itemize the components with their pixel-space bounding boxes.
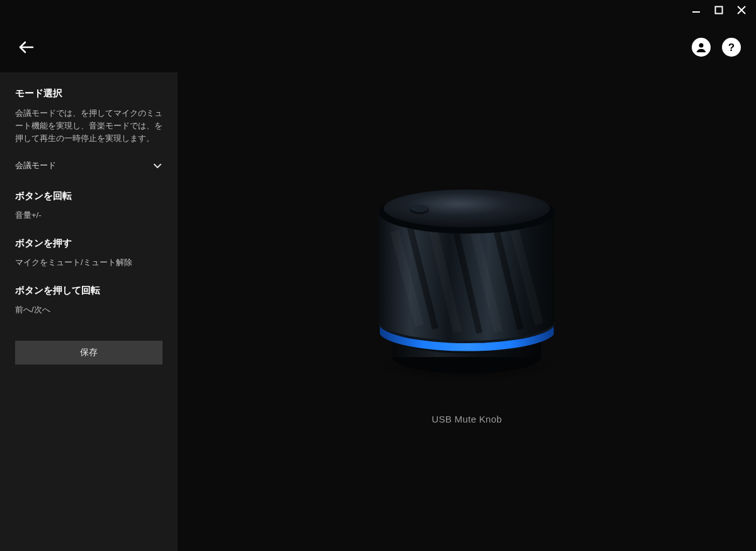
device-image bbox=[363, 162, 571, 389]
person-icon bbox=[694, 40, 708, 54]
chevron-down-icon bbox=[152, 161, 163, 171]
press-title: ボタンを押す bbox=[15, 237, 163, 249]
arrow-left-icon bbox=[16, 37, 37, 57]
maximize-button[interactable] bbox=[713, 4, 724, 16]
device-label: USB Mute Knob bbox=[432, 414, 501, 424]
press-rotate-title: ボタンを押して回転 bbox=[15, 285, 163, 297]
svg-point-23 bbox=[411, 205, 428, 212]
rotate-title: ボタンを回転 bbox=[15, 190, 163, 202]
help-button[interactable]: ? bbox=[722, 38, 741, 57]
header: ? bbox=[0, 31, 756, 63]
question-icon: ? bbox=[724, 40, 738, 54]
account-button[interactable] bbox=[692, 38, 711, 57]
press-value: マイクをミュート/ミュート解除 bbox=[15, 257, 163, 268]
rotate-value: 音量+/- bbox=[15, 210, 163, 221]
press-rotate-value: 前へ/次へ bbox=[15, 304, 163, 315]
save-button[interactable]: 保存 bbox=[15, 341, 163, 365]
window-controls bbox=[682, 0, 756, 20]
settings-sidebar: モード選択 会議モードでは、を押してマイクのミュート機能を実現し、音楽モードでは… bbox=[0, 72, 178, 551]
minimize-button[interactable] bbox=[690, 4, 702, 16]
device-preview: USB Mute Knob bbox=[363, 162, 571, 424]
main-content: USB Mute Knob bbox=[178, 72, 756, 551]
close-button[interactable] bbox=[736, 4, 747, 16]
svg-rect-1 bbox=[716, 7, 723, 14]
mode-select-title: モード選択 bbox=[15, 88, 163, 99]
svg-point-21 bbox=[384, 190, 550, 227]
mode-select-value: 会議モード bbox=[15, 160, 56, 171]
mode-select-dropdown[interactable]: 会議モード bbox=[15, 157, 163, 174]
back-button[interactable] bbox=[15, 36, 38, 59]
svg-point-5 bbox=[699, 43, 704, 48]
save-button-label: 保存 bbox=[80, 347, 98, 358]
svg-text:?: ? bbox=[728, 42, 735, 54]
mode-select-description: 会議モードでは、を押してマイクのミュート機能を実現し、音楽モードでは、を押して再… bbox=[15, 107, 163, 145]
